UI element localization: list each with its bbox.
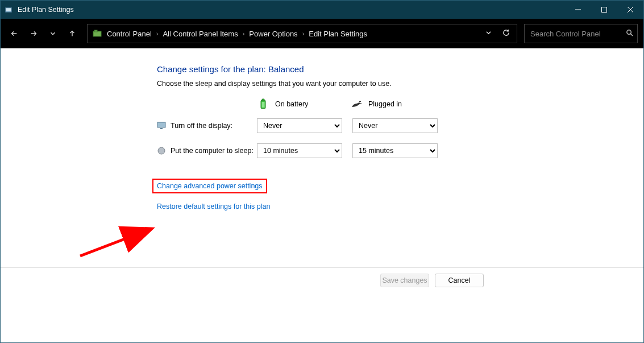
svg-point-20 — [158, 147, 165, 154]
search-box[interactable] — [524, 24, 638, 43]
chevron-right-icon: › — [302, 30, 305, 37]
sleep-battery-dropdown[interactable]: 10 minutes — [257, 143, 342, 158]
row-display: Turn off the display: Never Never — [157, 118, 498, 133]
titlebar: Edit Plan Settings — [1, 1, 643, 19]
sleep-label: Put the computer to sleep: — [171, 147, 254, 155]
svg-rect-19 — [160, 128, 163, 129]
content-area: Change settings for the plan: Balanced C… — [1, 48, 643, 342]
window-root: Edit Plan Settings Control Pane — [0, 0, 644, 343]
link-advanced-settings[interactable]: Change advanced power settings — [152, 179, 267, 193]
svg-rect-15 — [262, 102, 265, 108]
cancel-button[interactable]: Cancel — [435, 274, 484, 287]
nav-back-button[interactable] — [6, 26, 22, 42]
search-icon[interactable] — [626, 29, 633, 38]
nav-forward-button[interactable] — [26, 26, 41, 42]
svg-rect-14 — [262, 99, 264, 101]
svg-rect-17 — [360, 103, 362, 104]
column-header-plugged: Plugged in — [350, 98, 443, 110]
battery-icon — [257, 98, 269, 110]
address-icon — [92, 28, 102, 39]
svg-rect-18 — [157, 122, 165, 127]
page-subtext: Choose the sleep and display settings th… — [157, 80, 498, 88]
breadcrumb-item[interactable]: Control Panel› — [107, 30, 158, 38]
svg-rect-3 — [602, 7, 607, 13]
plug-icon — [350, 98, 363, 110]
search-input[interactable] — [530, 30, 626, 38]
svg-rect-10 — [94, 30, 97, 32]
refresh-icon[interactable] — [502, 29, 510, 38]
svg-line-12 — [630, 34, 633, 36]
sleep-plugged-dropdown[interactable]: 15 minutes — [352, 143, 438, 158]
window-title: Edit Plan Settings — [16, 6, 74, 14]
app-icon — [1, 6, 16, 14]
svg-line-22 — [80, 230, 147, 256]
minimize-button[interactable] — [565, 1, 591, 19]
svg-rect-16 — [359, 101, 361, 102]
svg-rect-1 — [6, 8, 11, 11]
moon-icon — [157, 146, 166, 155]
nav-up-button[interactable] — [64, 26, 80, 42]
history-dropdown-icon[interactable] — [485, 29, 492, 38]
display-plugged-dropdown[interactable]: Never — [352, 118, 438, 133]
display-label: Turn off the display: — [171, 122, 232, 130]
display-battery-dropdown[interactable]: Never — [257, 118, 342, 133]
row-sleep: Put the computer to sleep: 10 minutes 15… — [157, 143, 498, 158]
column-header-battery: On battery — [257, 98, 350, 110]
breadcrumb-item[interactable]: All Control Panel Items› — [163, 30, 244, 38]
close-button[interactable] — [617, 1, 643, 19]
button-row: Save changes Cancel — [1, 267, 643, 293]
breadcrumb-item[interactable]: Edit Plan Settings — [309, 30, 367, 38]
save-changes-button[interactable]: Save changes — [380, 274, 429, 287]
monitor-icon — [157, 121, 166, 130]
link-restore-defaults[interactable]: Restore default settings for this plan — [157, 203, 270, 210]
navbar: Control Panel› All Control Panel Items› … — [1, 19, 643, 48]
address-bar[interactable]: Control Panel› All Control Panel Items› … — [87, 24, 517, 43]
annotation-arrow — [74, 225, 160, 259]
svg-point-11 — [627, 30, 631, 34]
chevron-right-icon: › — [156, 30, 159, 37]
nav-recent-button[interactable] — [45, 26, 61, 42]
page-heading: Change settings for the plan: Balanced — [157, 64, 498, 74]
breadcrumb-item[interactable]: Power Options› — [249, 30, 304, 38]
chevron-right-icon: › — [243, 30, 245, 37]
maximize-button[interactable] — [591, 1, 617, 19]
